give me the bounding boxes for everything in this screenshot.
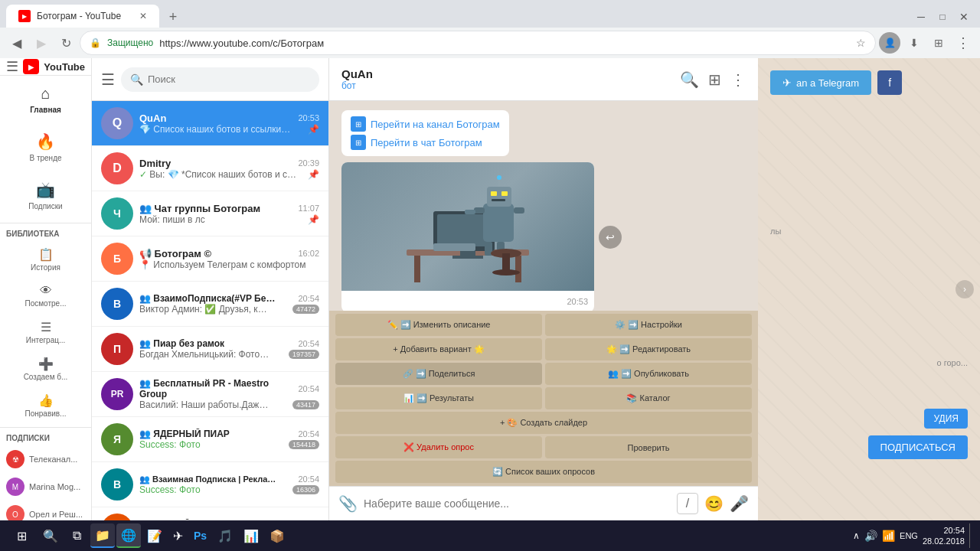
view-toggle-btn[interactable]: ⊞ [708, 70, 721, 89]
right-text-2: о горо... [937, 358, 968, 367]
edit-btn[interactable]: 🌟 ➡️ Редактировать [545, 338, 752, 360]
extensions-btn[interactable]: ⊞ [928, 32, 949, 54]
publish-btn[interactable]: 👥 ➡️ Опубликовать [545, 363, 752, 385]
more-options-btn[interactable]: ⋮ [730, 70, 746, 89]
sidebar-item-trending[interactable]: 🔥 В тренде [0, 123, 91, 171]
home-label: Главная [30, 106, 61, 114]
show-desktop-btn[interactable] [969, 523, 974, 548]
start-btn[interactable]: ⊞ [6, 523, 37, 548]
download-btn[interactable]: ⬇ [903, 32, 925, 54]
tg-menu-btn[interactable]: ☰ [101, 70, 115, 89]
taskbar-app-7[interactable]: 📊 [239, 523, 263, 548]
slash-cmd-btn[interactable]: / [677, 493, 698, 514]
create-slider-btn[interactable]: + 🎨 Создать слайдер [335, 412, 752, 434]
chat-item-piar[interactable]: П 👥 Пиар без рамок 20:54 Богдан Хмельниц… [92, 327, 328, 372]
taskbar-app-6[interactable]: 🎵 [213, 523, 237, 548]
taskbar-telegram[interactable]: ✈ [168, 523, 188, 548]
tab-title: Ботограм - YouTube [37, 11, 121, 21]
maximize-btn[interactable]: □ [933, 9, 952, 24]
sub-item-3[interactable]: О Орел и Реш... [0, 500, 91, 520]
tray-lang: ENG [900, 531, 918, 540]
list-polls-btn[interactable]: 🔄 Список ваших опросов [335, 461, 752, 483]
results-btn[interactable]: 📊 ➡️ Результаты [335, 387, 542, 409]
taskbar-app-8[interactable]: 📦 [265, 523, 289, 548]
chat-item-botogram[interactable]: Б 📢 Ботограм © 16:02 📍 Используем Телегр… [92, 236, 328, 282]
address-bar[interactable]: 🔒 Защищено https://www.youtube.com/c/Бот… [80, 31, 876, 55]
share-btn[interactable]: 🔗 ➡️ Поделиться [335, 363, 542, 385]
sidebar-item-integrations[interactable]: ☰ Интеграц... [0, 314, 91, 350]
search-input[interactable] [148, 73, 310, 85]
subscribe-btn[interactable]: ПОДПИСАТЬСЯ [868, 435, 968, 459]
taskbar-word[interactable]: 📝 [142, 523, 167, 548]
windows-icon: ⊞ [17, 529, 27, 543]
emoji-btn[interactable]: 😊 [704, 494, 724, 513]
forward-message-btn[interactable]: ↩ [599, 226, 622, 249]
tab-favicon: ▶ [18, 10, 31, 22]
taskbar-chrome[interactable]: 🌐 [116, 523, 141, 548]
chat-item-yadernyi[interactable]: Я 👥 ЯДЕРНЫЙ ПИАР 20:54 Success: Фото 154… [92, 417, 328, 462]
chat-preview: Василий: Наши работы.Даже в небол... [139, 399, 270, 410]
sub-item-2[interactable]: M Marina Mog... [0, 473, 91, 500]
edit-desc-btn[interactable]: ✏️ ➡️ Изменить описание [335, 314, 542, 336]
chat-item-chat-botogram[interactable]: Ч 👥 Чат группы Ботограм 11:07 Мой: пиши … [92, 191, 328, 236]
watched-label: Посмотре... [24, 299, 66, 308]
tab-close-icon[interactable]: ✕ [139, 11, 147, 21]
active-tab[interactable]: ▶ Ботограм - YouTube ✕ [6, 5, 159, 28]
trending-icon: 🔥 [36, 132, 55, 151]
search-chat-btn[interactable]: 🔍 [680, 70, 699, 89]
chat-item-drugoi[interactable]: Д 👥 ДРУГОЙ чат 20:54 ЯРОСЛАВ: Слегким па… [92, 507, 328, 520]
catalog-btn[interactable]: 📚 Каталог [545, 387, 752, 409]
check-btn[interactable]: Проверить [545, 436, 752, 458]
message-input[interactable] [364, 497, 671, 510]
chat-item-vzaimo2[interactable]: В 👥 Взаимная Подписка | Реклама | Пи... … [92, 462, 328, 507]
tg-header: ☰ 🔍 [92, 58, 328, 101]
sidebar-item-watched[interactable]: 👁 Посмотре... [0, 278, 91, 314]
link-item-1[interactable]: ⊞ Перейти на канал Ботограм [351, 116, 500, 132]
sidebar-item-create[interactable]: ➕ Создаем б... [0, 350, 91, 387]
svg-rect-15 [474, 207, 485, 214]
search-taskbar-btn[interactable]: 🔍 [38, 523, 63, 548]
avatar: П [101, 333, 133, 365]
chat-item-quan[interactable]: Q QuAn 20:53 💎 Список наших ботов и ссыл… [92, 101, 328, 146]
new-tab-btn[interactable]: + [162, 6, 184, 28]
expand-btn[interactable]: › [956, 280, 974, 298]
account-btn[interactable]: 👤 [879, 32, 900, 54]
sidebar-item-subscriptions[interactable]: 📺 Подписки [0, 171, 91, 220]
taskbar-ps[interactable]: Ps [189, 523, 211, 548]
sub-item-1[interactable]: ☢ Телеканал... [0, 445, 91, 473]
svg-rect-7 [433, 243, 475, 251]
minimize-btn[interactable]: ─ [911, 9, 931, 24]
tray-icons-btn[interactable]: ∧ [853, 530, 860, 541]
menu-btn[interactable]: ⋮ [952, 32, 974, 54]
settings-btn[interactable]: ⚙️ ➡️ Настройки [545, 314, 752, 336]
delete-poll-btn[interactable]: ❌ Удалить опрос [335, 436, 542, 458]
studio-btn[interactable]: УДИЯ [924, 409, 968, 429]
bot-btn-row-5: + 🎨 Создать слайдер [335, 412, 752, 434]
close-btn[interactable]: ✕ [954, 9, 974, 24]
facebook-icon-btn[interactable]: f [877, 70, 902, 95]
chat-preview: Success: Фото [139, 484, 201, 495]
sidebar-item-history[interactable]: 📋 История [0, 241, 91, 278]
join-telegram-btn[interactable]: ✈ an a Telegram [770, 70, 871, 95]
add-variant-btn[interactable]: + Добавить вариант 🌟 [335, 338, 542, 360]
tg-search-box[interactable]: 🔍 [121, 67, 319, 92]
task-view-btn[interactable]: ⧉ [64, 523, 89, 548]
hamburger-icon[interactable]: ☰ [6, 58, 18, 75]
chat-item-dmitry[interactable]: D Dmitry 20:39 ✓ Вы: 💎 *Список наших бот… [92, 146, 328, 191]
badge: 43417 [292, 400, 319, 409]
taskbar-explorer[interactable]: 📁 [90, 523, 115, 548]
attach-btn[interactable]: 📎 [338, 494, 358, 513]
back-btn[interactable]: ◀ [6, 32, 28, 54]
sidebar-item-liked[interactable]: 👍 Понравив... [0, 387, 91, 424]
chat-preview: 📍 Используем Телеграм с комфортом [139, 259, 319, 270]
refresh-btn[interactable]: ↻ [55, 32, 77, 54]
star-icon[interactable]: ☆ [856, 37, 866, 49]
forward-btn[interactable]: ▶ [31, 32, 52, 54]
svg-rect-8 [483, 204, 514, 242]
message-image-bubble: 20:53 [341, 162, 594, 311]
chat-item-maestro[interactable]: PR 👥 Бесплатный PR - Maestro Group 20:54… [92, 372, 328, 417]
sidebar-item-home[interactable]: ⌂ Главная [0, 76, 91, 123]
link-item-2[interactable]: ⊞ Перейти в чат Ботограм [351, 135, 500, 150]
chat-item-vzaimo[interactable]: В 👥 ВзаимоПодписка(#VP Без репостов!) 20… [92, 282, 328, 327]
voice-btn[interactable]: 🎤 [730, 494, 749, 513]
